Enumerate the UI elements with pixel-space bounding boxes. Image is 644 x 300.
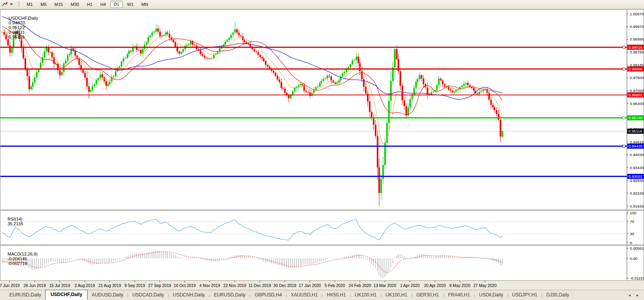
timeframe-button-d1[interactable]: D1	[110, 1, 123, 8]
svg-text:0.005818: 0.005818	[630, 246, 644, 250]
svg-text:0.99385: 0.99385	[630, 37, 644, 41]
chart-tabs: EURUSD,DailyUSDCHF,DailyAUDUSD,Daily|USD…	[5, 290, 573, 300]
chart-tab-eurusd-daily[interactable]: EURUSD,Daily	[5, 291, 45, 300]
svg-text:0.99970: 0.99970	[630, 24, 644, 29]
svg-text:1.00570: 1.00570	[630, 12, 644, 16]
date-tick-label: 11 Dec 2019	[249, 283, 271, 288]
timeframe-buttons: M1M5M15M30H1H4D1W1MN	[23, 1, 152, 8]
date-tick-label: 27 Sep 2019	[148, 283, 172, 288]
chart-tab-usoil-daily[interactable]: USOil,Daily	[475, 291, 507, 300]
rsi-value: 35.2135	[7, 221, 23, 226]
svg-text:0.92245: 0.92245	[630, 191, 644, 195]
legend-open: 0.94870	[9, 20, 25, 25]
rsi-label: RSI(14) 35.2135	[3, 212, 25, 231]
legend-high: 0.95122	[9, 25, 25, 30]
svg-text:0.98785: 0.98785	[630, 50, 644, 54]
legend-low: 0.94831	[9, 30, 25, 35]
timeframe-button-h1[interactable]: H1	[83, 1, 96, 8]
svg-text:70: 70	[630, 219, 634, 224]
date-tick-label: 1 Apr 2020	[400, 283, 420, 288]
chart-tab-dj30-daily[interactable]: DJ30,Daily	[542, 291, 573, 300]
chart-tab-eurusd-daily[interactable]: EURUSD,Daily	[210, 291, 250, 300]
svg-text:0.97600: 0.97600	[630, 75, 644, 80]
date-tick-label: 22 Nov 2019	[223, 283, 247, 288]
date-tick-label: 13 Mar 2020	[373, 283, 396, 288]
svg-text:0: 0	[630, 241, 632, 245]
timeframe-button-m5[interactable]: M5	[37, 1, 50, 8]
chart-cursor-icon[interactable]	[2, 1, 9, 7]
timeframe-button-w1[interactable]: W1	[124, 1, 137, 8]
timeframe-button-mn[interactable]: MN	[138, 1, 152, 8]
svg-text:0.94030: 0.94030	[630, 153, 644, 157]
chart-tools-group[interactable]	[2, 1, 15, 7]
chart-legend: USDCHF,Daily 0.94870 0.95122 0.94831 0.9…	[4, 11, 40, 44]
macd-name: MACD(12,26,9)	[7, 252, 37, 256]
svg-text:100: 100	[630, 211, 637, 215]
chart-tab-usdcnh-daily[interactable]: USDCNH,Daily	[169, 291, 209, 300]
chart-tab-usdcad-daily[interactable]: USDCAD,Daily	[128, 291, 168, 300]
date-tick-label: 30 Dec 2019	[273, 283, 296, 288]
date-tick-label: 24 Feb 2020	[348, 283, 371, 288]
macd-label: MACD(12,26,9) -0.004146 -0.002719	[3, 247, 39, 271]
date-tick-label: 20 Apr 2020	[424, 283, 446, 288]
svg-text:0.97000: 0.97000	[630, 88, 644, 93]
svg-text:0.91645: 0.91645	[630, 204, 644, 208]
chart-tab-uk100-h1[interactable]: UK100,H1	[351, 291, 381, 300]
svg-text:0.93022: 0.93022	[629, 174, 642, 179]
timeframe-button-m30[interactable]: M30	[67, 1, 82, 8]
date-tick-label: 26 Jun 2019	[24, 283, 46, 288]
date-tick-label: 2 Aug 2019	[75, 283, 95, 288]
date-tick-label: 5 Feb 2020	[325, 283, 345, 288]
chart-tab-uk100-h1[interactable]: UK100,H1	[382, 291, 411, 300]
date-axis[interactable]: 7 Jun 201926 Jun 201915 Jul 20192 Aug 20…	[0, 281, 644, 290]
legend-close: 0.95118	[9, 35, 25, 39]
timeframe-button-m1[interactable]: M1	[23, 1, 36, 8]
trading-app-window: M1M5M15M30H1H4D1W1MN 1.005700.999700.993…	[0, 0, 644, 300]
chart-tab-usdjpy-h1[interactable]: USDJPY,H1	[508, 291, 541, 300]
rsi-name: RSI(14)	[7, 217, 22, 221]
date-tick-label: 7 Jun 2019	[0, 283, 20, 288]
chart-tab-bar: EURUSD,DailyUSDCHF,DailyAUDUSD,Daily|USD…	[0, 290, 644, 300]
toolbar: M1M5M15M30H1H4D1W1MN	[0, 0, 644, 9]
macd-panel[interactable]: 0.0058180.00-0.011514	[0, 245, 644, 281]
svg-text:0.98008: 0.98008	[629, 67, 643, 71]
chart-tab-fra40-h1[interactable]: FRA40,H1	[444, 291, 474, 300]
svg-text:30: 30	[630, 232, 634, 236]
svg-text:0.00: 0.00	[630, 256, 638, 261]
toolbar-grip[interactable]	[18, 2, 20, 7]
chart-tab-usdchf-daily[interactable]: USDCHF,Daily	[45, 290, 88, 300]
chart-tab-xauusd-h1[interactable]: XAUUSD,H1	[287, 291, 322, 300]
timeframe-button-m15[interactable]: M15	[51, 1, 66, 8]
svg-text:0.95118: 0.95118	[629, 129, 642, 133]
svg-text:0.93430: 0.93430	[630, 166, 644, 170]
chart-tab-audusd-daily[interactable]: AUDUSD,Daily	[88, 291, 127, 300]
date-tick-label: 17 Jan 2020	[299, 283, 321, 288]
macd-signal-value: -0.002719	[7, 261, 27, 266]
chart-tab-hk50-h1[interactable]: HK50,H1	[323, 291, 350, 300]
date-tick-label: 9 Sep 2019	[124, 283, 145, 288]
chart-tab-gbpusd-h4[interactable]: GBPUSD,H4	[251, 291, 285, 300]
svg-text:0.99016: 0.99016	[629, 45, 643, 50]
macd-main-value: -0.004146	[7, 256, 27, 261]
chart-tab-ger30-h1[interactable]: GER30,H1	[412, 291, 443, 300]
date-tick-label: 16 Oct 2019	[174, 283, 196, 288]
main-chart-panel[interactable]: 1.005700.999700.993850.987850.981850.976…	[0, 9, 644, 210]
rsi-panel[interactable]: 10070300	[0, 210, 644, 245]
svg-text:0.96400: 0.96400	[630, 101, 644, 106]
svg-text:0.96803: 0.96803	[629, 93, 643, 97]
timeframe-button-h4[interactable]: H4	[97, 1, 109, 8]
svg-text:0.95740: 0.95740	[629, 116, 643, 120]
date-tick-label: 21 Aug 2019	[98, 283, 121, 288]
tab-scroll-right-icon[interactable]: ►	[636, 293, 639, 297]
svg-text:0.94615: 0.94615	[630, 140, 644, 144]
dropdown-caret-icon[interactable]	[10, 4, 13, 5]
legend-symbol: USDCHF,Daily	[9, 16, 38, 20]
date-tick-label: 15 Jul 2019	[49, 283, 70, 288]
svg-text:0.92830: 0.92830	[630, 179, 644, 183]
date-tick-label: 4 Nov 2019	[199, 283, 220, 288]
svg-text:-0.011514: -0.011514	[630, 276, 644, 280]
date-tick-label: 8 May 2020	[449, 283, 470, 288]
tab-scroll-nav: ◄ ►	[624, 293, 639, 297]
tab-scroll-left-icon[interactable]: ◄	[628, 293, 631, 297]
date-tick-label: 27 May 2020	[473, 283, 497, 288]
